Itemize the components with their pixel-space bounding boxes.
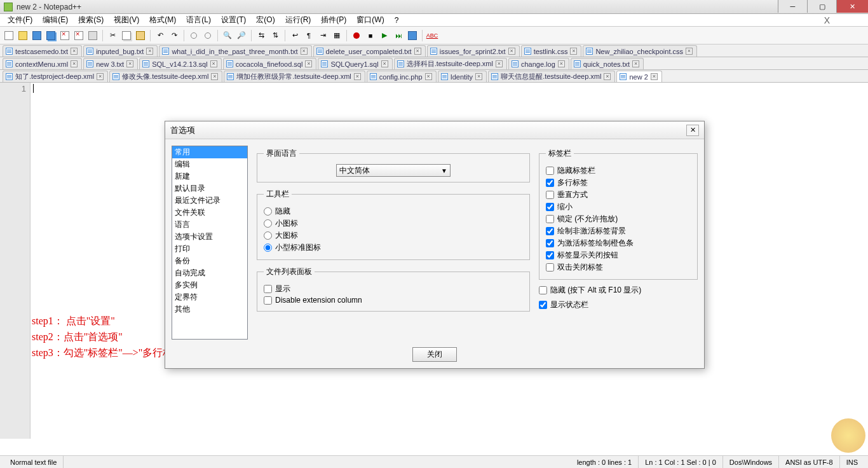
tb-replace[interactable] <box>201 29 214 42</box>
tab-SQL_v14-2-13-sql[interactable]: SQL_v14.2.13.sql× <box>139 58 221 69</box>
tab-close-icon[interactable]: × <box>126 60 133 67</box>
tb-zoomin[interactable]: 🔍 <box>221 29 234 42</box>
tab-New_zhiliao_checkpoint-css[interactable]: New_zhiliao_checkpoint.css× <box>583 45 697 57</box>
tb-closefile[interactable] <box>58 29 71 42</box>
tab-new-2[interactable]: new 2× <box>616 71 661 82</box>
tab-close-icon[interactable]: × <box>354 73 361 80</box>
tab-delete_user_compaleted-txt[interactable]: delete_user_compaleted.txt× <box>313 45 426 57</box>
ui-language-select[interactable]: 中文简体 ▼ <box>336 164 451 177</box>
tab-close-icon[interactable]: × <box>301 48 308 55</box>
minimize-button[interactable]: ─ <box>778 0 807 13</box>
tab-testcasemedo-txt[interactable]: testcasemedo.txt× <box>3 45 82 57</box>
tab-close-icon[interactable]: × <box>475 73 482 80</box>
tab--testsuite-deep-xml[interactable]: 选择科目.testsuite-deep.xml× <box>394 58 507 69</box>
tabbar-dblclose-check[interactable]: 双击关闭标签 <box>546 262 691 273</box>
tab-Identity[interactable]: Identity× <box>438 71 487 82</box>
toolbar-small-radio[interactable]: 小图标 <box>264 218 523 229</box>
category-选项卡设置[interactable]: 选项卡设置 <box>172 231 247 243</box>
dialog-titlebar[interactable]: 首选项 ✕ <box>165 121 704 139</box>
tab--testproject-deep-xml[interactable]: 知了.testproject-deep.xml× <box>3 71 108 82</box>
tb-open[interactable] <box>17 29 29 42</box>
tb-find[interactable] <box>187 29 200 42</box>
filelist-disable-ext-check[interactable]: Disable extension column <box>264 296 523 305</box>
tab-contextMenu-xml[interactable]: contextMenu.xml× <box>3 58 82 69</box>
tb-spell[interactable]: ABC <box>426 29 438 42</box>
tb-undo[interactable]: ↶ <box>154 29 166 42</box>
tab-quick_notes-txt[interactable]: quick_notes.txt× <box>571 58 644 69</box>
tb-print[interactable] <box>86 29 99 42</box>
tab-close-icon[interactable]: × <box>71 48 78 55</box>
tabbar-showclose-check[interactable]: 标签显示关闭按钮 <box>546 250 691 261</box>
category-定界符[interactable]: 定界符 <box>172 291 247 303</box>
tb-cut[interactable]: ✂ <box>106 29 119 42</box>
tab-close-icon[interactable]: × <box>604 73 611 80</box>
menu-format[interactable]: 格式(M) <box>144 13 181 27</box>
tabbar-inactivebg-check[interactable]: 绘制非激活标签背景 <box>546 226 691 237</box>
tab-issues_for_sprint2-txt[interactable]: issues_for_sprint2.txt× <box>427 45 520 57</box>
tab-close-icon[interactable]: × <box>97 73 104 80</box>
menu-language[interactable]: 语言(L) <box>181 13 216 27</box>
close-button[interactable]: ✕ <box>836 0 868 13</box>
category-语言[interactable]: 语言 <box>172 219 247 231</box>
tb-rec[interactable] <box>350 29 363 42</box>
category-最近文件记录[interactable]: 最近文件记录 <box>172 195 247 207</box>
category-常用[interactable]: 常用 <box>172 146 247 158</box>
menu-hide-check[interactable]: 隐藏 (按下 Alt 或 F10 显示) <box>539 285 698 296</box>
tab-new-3-txt[interactable]: new 3.txt× <box>83 58 138 69</box>
tb-syncv[interactable]: ⇅ <box>269 29 281 42</box>
tb-new[interactable] <box>3 29 15 42</box>
tab-close-icon[interactable]: × <box>632 60 639 67</box>
category-自动完成[interactable]: 自动完成 <box>172 267 247 279</box>
tb-savem[interactable] <box>406 29 419 42</box>
menu-view[interactable]: 视图(V) <box>109 13 144 27</box>
category-备份[interactable]: 备份 <box>172 255 247 267</box>
tb-closeall[interactable] <box>72 29 85 42</box>
menu-edit[interactable]: 编辑(E) <box>37 13 73 27</box>
menu-help[interactable]: ? <box>390 15 404 26</box>
toolbar-std-radio[interactable]: 小型标准图标 <box>264 242 523 253</box>
tab-close-icon[interactable]: × <box>71 60 78 67</box>
tab-testlink-css[interactable]: testlink.css× <box>521 45 582 57</box>
menu-run[interactable]: 运行(R) <box>280 13 316 27</box>
tab-SQLQuery1-sql[interactable]: SQLQuery1.sql× <box>318 58 392 69</box>
tb-saveall[interactable] <box>44 29 57 42</box>
tab-what_i_did_in_the_past_three_month-txt[interactable]: what_i_did_in_the_past_three_month.txt× <box>159 45 311 57</box>
tb-redo[interactable]: ↷ <box>168 29 180 42</box>
menu-file[interactable]: 文件(F) <box>3 13 37 27</box>
category-编辑[interactable]: 编辑 <box>172 158 247 170</box>
tab-close-icon[interactable]: × <box>210 60 217 67</box>
tab-cocacola_finefood-sql[interactable]: cocacola_finefood.sql× <box>223 58 317 69</box>
tab-close-icon[interactable]: × <box>686 48 693 55</box>
tab-close-icon[interactable]: × <box>414 48 421 55</box>
tabbar-multi-check[interactable]: 多行标签 <box>546 177 691 188</box>
category-默认目录[interactable]: 默认目录 <box>172 182 247 195</box>
category-新建[interactable]: 新建 <box>172 170 247 182</box>
tab-change-log[interactable]: change.log× <box>508 58 569 69</box>
tb-save[interactable] <box>31 29 43 42</box>
menu-plugins[interactable]: 插件(P) <box>316 13 351 27</box>
tb-paste[interactable] <box>134 29 147 42</box>
tb-copy[interactable] <box>120 29 133 42</box>
tab-close-icon[interactable]: × <box>211 73 218 80</box>
toolbar-hide-radio[interactable]: 隐藏 <box>264 206 523 217</box>
tab-close-icon[interactable]: × <box>146 48 153 55</box>
tabbar-lock-check[interactable]: 锁定 (不允许拖放) <box>546 214 691 224</box>
tab-close-icon[interactable]: × <box>305 60 312 67</box>
tb-invis[interactable]: ¶ <box>302 29 315 42</box>
tb-wrap[interactable]: ↩ <box>288 29 301 42</box>
show-statusbar-check[interactable]: 显示状态栏 <box>539 299 698 310</box>
menubar-close-x[interactable]: X <box>824 15 830 25</box>
filelist-show-check[interactable]: 显示 <box>264 284 523 294</box>
tab-config-inc-php[interactable]: config.inc.php× <box>367 71 437 82</box>
category-其他[interactable]: 其他 <box>172 303 247 315</box>
tabbar-hide-check[interactable]: 隐藏标签栏 <box>546 165 691 176</box>
dialog-close-button[interactable]: ✕ <box>686 125 699 136</box>
tabbar-shrink-check[interactable]: 缩小 <box>546 202 691 212</box>
tb-stop[interactable]: ■ <box>364 29 377 42</box>
toolbar-big-radio[interactable]: 大图标 <box>264 230 523 241</box>
tb-zoomout[interactable]: 🔎 <box>235 29 248 42</box>
tab--testsuite-deep-xml[interactable]: 修改头像.testsuite-deep.xml× <box>109 71 222 82</box>
tab-close-icon[interactable]: × <box>651 73 658 80</box>
dialog-close-btn[interactable]: 关闭 <box>412 347 457 362</box>
tab-close-icon[interactable]: × <box>508 48 515 55</box>
